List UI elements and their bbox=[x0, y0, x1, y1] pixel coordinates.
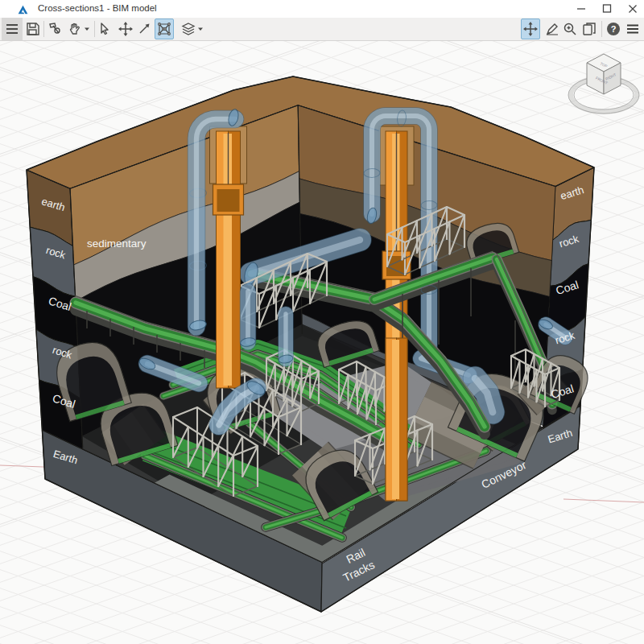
svg-text:?: ? bbox=[611, 24, 617, 34]
svg-text:sedimentary: sedimentary bbox=[87, 237, 147, 250]
